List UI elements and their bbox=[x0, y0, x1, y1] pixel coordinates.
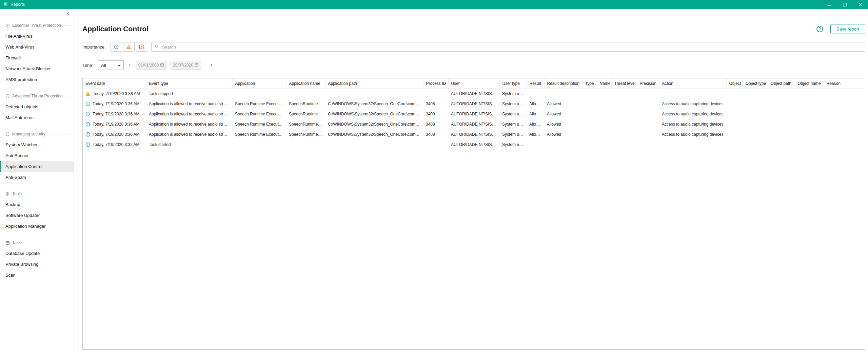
importance-info-button[interactable] bbox=[111, 42, 122, 52]
column-header-reason[interactable]: Reason bbox=[824, 78, 865, 89]
search-box[interactable] bbox=[151, 42, 865, 52]
cell-precision bbox=[637, 129, 659, 140]
main-header: Application Control ? Save report bbox=[82, 24, 865, 34]
sidebar-item-backup[interactable]: Backup bbox=[0, 199, 74, 210]
column-header-user[interactable]: User bbox=[448, 78, 499, 89]
cell-user-type: System user bbox=[499, 99, 527, 109]
cell-action: Access to audio capturing devices bbox=[659, 119, 726, 129]
time-label: Time: bbox=[82, 63, 93, 68]
column-header-type[interactable]: Type bbox=[582, 78, 597, 89]
column-header-event-type[interactable]: Event type bbox=[146, 78, 232, 89]
cell-action: Access to audio capturing devices bbox=[659, 99, 726, 109]
sidebar-section-label: Tools bbox=[12, 191, 22, 196]
minimize-button[interactable] bbox=[821, 0, 837, 9]
cell-object-name bbox=[795, 140, 824, 150]
table-row[interactable]: Today, 7/19/2020 3:36 AMApplication is a… bbox=[83, 99, 865, 109]
table-row[interactable]: Today, 7/19/2020 3:36 AMApplication is a… bbox=[83, 109, 865, 119]
sidebar-item-amsi-protection[interactable]: AMSI-protection bbox=[0, 74, 74, 85]
sidebar-item-scan[interactable]: Scan bbox=[0, 270, 74, 280]
sidebar-item-system-watcher[interactable]: System Watcher bbox=[0, 139, 74, 150]
cell-application-path: C:\WINDOWS\System32\Speech_OneCore\commo… bbox=[325, 109, 423, 119]
column-header-result[interactable]: Result bbox=[527, 78, 544, 89]
column-header-threat-level[interactable]: Threat level bbox=[611, 78, 637, 89]
cell-user-type: System user bbox=[499, 89, 527, 99]
sidebar-item-anti-banner[interactable]: Anti-Banner bbox=[0, 150, 74, 161]
cell-result-description: Allowed bbox=[544, 109, 582, 119]
cell-user-type: System user bbox=[499, 129, 527, 140]
cell-application: Speech Runtime Executable bbox=[232, 119, 286, 129]
sidebar-item-detected-objects[interactable]: Detected objects bbox=[0, 101, 74, 112]
reports-window: Reports Essential Threat ProtectionFile … bbox=[0, 0, 868, 353]
cell-type bbox=[582, 140, 597, 150]
cell-user: AUTORIDADE NT\SISTEMA bbox=[448, 119, 499, 129]
date-from-field[interactable]: 01/01/2000 bbox=[136, 61, 166, 70]
table-row[interactable]: Today, 7/19/2020 3:36 AMApplication is a… bbox=[83, 129, 865, 140]
column-header-name[interactable]: Name bbox=[597, 78, 611, 89]
column-header-user-type[interactable]: User type bbox=[499, 78, 527, 89]
help-icon[interactable]: ? bbox=[816, 26, 823, 32]
search-input[interactable] bbox=[161, 44, 862, 50]
sidebar-item-file-anti-virus[interactable]: File Anti-Virus bbox=[0, 31, 74, 41]
cell-user: AUTORIDADE NT\SISTEMA bbox=[448, 109, 499, 119]
warning-icon bbox=[126, 44, 131, 49]
chevron-down-icon bbox=[118, 63, 121, 68]
cell-object bbox=[726, 129, 743, 140]
save-report-button[interactable]: Save report bbox=[830, 24, 865, 34]
cell-event-date: Today, 7/19/2020 3:38 AM bbox=[83, 89, 146, 99]
cell-result-description bbox=[544, 140, 582, 150]
column-header-precision[interactable]: Precision bbox=[637, 78, 659, 89]
info-icon bbox=[85, 112, 90, 116]
column-header-object-type[interactable]: Object type bbox=[743, 78, 768, 89]
sidebar-item-private-browsing[interactable]: Private Browsing bbox=[0, 259, 74, 270]
cell-name bbox=[597, 129, 611, 140]
sidebar-item-network-attack-blocker[interactable]: Network Attack Blocker bbox=[0, 63, 74, 74]
importance-critical-button[interactable] bbox=[136, 42, 147, 52]
sidebar-item-database-update[interactable]: Database Update bbox=[0, 248, 74, 259]
cell-reason bbox=[824, 99, 865, 109]
column-header-application-name[interactable]: Application name bbox=[286, 78, 325, 89]
column-header-object[interactable]: Object bbox=[726, 78, 743, 89]
table-row[interactable]: Today, 7/19/2020 3:38 AMTask stoppedAUTO… bbox=[83, 89, 865, 99]
table-row[interactable]: Today, 7/19/2020 3:36 AMApplication is a… bbox=[83, 119, 865, 129]
time-select[interactable]: All bbox=[98, 60, 124, 70]
sidebar-item-mail-anti-virus[interactable]: Mail Anti-Virus bbox=[0, 112, 74, 123]
circle-icon bbox=[5, 23, 10, 28]
cell-threat-level bbox=[611, 140, 637, 150]
column-header-application[interactable]: Application bbox=[232, 78, 286, 89]
gear-icon bbox=[5, 192, 10, 196]
sidebar-item-application-manager[interactable]: Application Manager bbox=[0, 221, 74, 231]
close-button[interactable] bbox=[852, 0, 868, 9]
column-header-object-name[interactable]: Object name bbox=[795, 78, 824, 89]
cell-object bbox=[726, 140, 743, 150]
sidebar-item-anti-spam[interactable]: Anti-Spam bbox=[0, 172, 74, 183]
sidebar-item-software-updater[interactable]: Software Updater bbox=[0, 210, 74, 221]
maximize-button[interactable] bbox=[837, 0, 852, 9]
sync-icon bbox=[5, 132, 10, 136]
column-header-process-id[interactable]: Process ID bbox=[423, 78, 448, 89]
sidebar-item-firewall[interactable]: Firewall bbox=[0, 52, 74, 63]
column-header-event-date[interactable]: Event date bbox=[83, 78, 146, 89]
cell-user-type: System user bbox=[499, 140, 527, 150]
cell-object-path bbox=[768, 140, 795, 150]
cell-application-name: SpeechRuntime.exe bbox=[286, 129, 325, 140]
importance-warning-button[interactable] bbox=[123, 42, 135, 52]
sidebar-item-application-control[interactable]: Application Control bbox=[0, 161, 74, 172]
sidebar-section-label: Managing security bbox=[12, 132, 45, 136]
column-header-result-description[interactable]: Result description bbox=[544, 78, 582, 89]
sidebar-collapse-button[interactable] bbox=[65, 11, 71, 16]
column-header-action[interactable]: Action bbox=[659, 78, 726, 89]
previous-period-button[interactable] bbox=[125, 60, 134, 70]
cell-object bbox=[726, 119, 743, 129]
critical-icon bbox=[139, 44, 144, 49]
table-row[interactable]: Today, 7/19/2020 3:32 AMTask startedAUTO… bbox=[83, 140, 865, 150]
section-divider bbox=[48, 134, 70, 134]
next-period-button[interactable] bbox=[207, 60, 216, 70]
cell-event-type: Application is allowed to receive audio … bbox=[146, 129, 232, 140]
cell-application: Speech Runtime Executable bbox=[232, 109, 286, 119]
column-header-application-path[interactable]: Application path bbox=[325, 78, 423, 89]
info-icon bbox=[85, 101, 90, 106]
date-to-field[interactable]: 20/07/2020 bbox=[171, 61, 201, 70]
sidebar-item-web-anti-virus[interactable]: Web Anti-Virus bbox=[0, 41, 74, 52]
cell-object-path bbox=[768, 89, 795, 99]
column-header-object-path[interactable]: Object path bbox=[768, 78, 795, 89]
